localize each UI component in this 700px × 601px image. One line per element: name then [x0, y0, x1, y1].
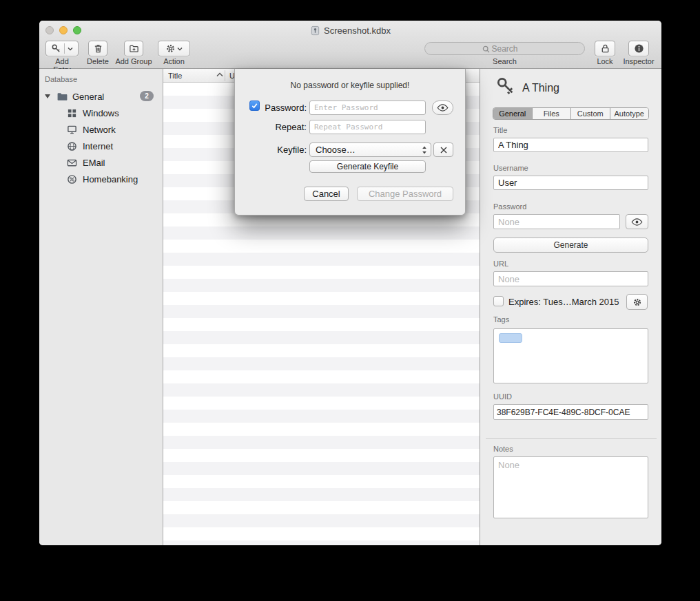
sidebar-item-label: Network: [83, 125, 116, 135]
globe-icon: [67, 141, 77, 151]
section-divider: [486, 438, 657, 439]
document-icon: [310, 25, 320, 36]
action-label: Action: [158, 57, 190, 65]
search-input[interactable]: [425, 43, 584, 54]
notes-textarea[interactable]: [493, 456, 648, 518]
eye-icon: [631, 218, 643, 226]
sidebar-item-network[interactable]: Network: [39, 121, 163, 138]
expires-settings-button[interactable]: [626, 294, 648, 310]
button-divider: [64, 43, 65, 54]
titlebar: Screenshot.kdbx: [39, 24, 661, 36]
tab-general[interactable]: General: [493, 108, 533, 119]
dialog-message: No password or keyfile supplied!: [235, 81, 465, 90]
sidebar-item-windows[interactable]: Windows: [39, 105, 163, 121]
title-input[interactable]: [493, 138, 648, 152]
delete-label: Delete: [81, 57, 115, 65]
sidebar-item-general[interactable]: General 2: [39, 88, 163, 105]
eye-icon: [437, 104, 449, 112]
chevron-down-icon: [177, 46, 183, 52]
change-password-button[interactable]: Change Password: [357, 187, 453, 201]
sidebar-section-header: Database: [45, 75, 77, 83]
sidebar-item-label: Internet: [83, 141, 113, 151]
gear-icon: [632, 297, 642, 307]
envelope-icon: [67, 158, 77, 168]
password-field-label: Password: [493, 202, 526, 211]
chevron-down-icon: [68, 46, 73, 52]
entry-key-icon: [495, 76, 516, 96]
password-input[interactable]: [493, 214, 620, 229]
generate-password-button[interactable]: Generate: [493, 238, 648, 253]
sidebar: Database General 2 Windows Network Inter…: [39, 69, 163, 545]
info-icon: [634, 43, 644, 54]
cancel-button[interactable]: Cancel: [304, 187, 349, 201]
change-password-dialog: No password or keyfile supplied! Passwor…: [234, 69, 466, 215]
title-field-label: Title: [493, 126, 507, 134]
username-field-label: Username: [493, 164, 528, 172]
entry-count-badge: 2: [140, 91, 154, 101]
inspector-label: Inspector: [618, 57, 659, 65]
sidebar-item-label: General: [72, 92, 104, 102]
search-label: Search: [424, 57, 585, 65]
window-title: Screenshot.kdbx: [324, 25, 391, 36]
keyfile-popup-button[interactable]: Choose…: [309, 143, 431, 157]
generate-keyfile-button[interactable]: Generate Keyfile: [309, 160, 426, 173]
reveal-password-button[interactable]: [626, 214, 648, 229]
sidebar-item-email[interactable]: EMail: [39, 154, 163, 171]
sort-ascending-icon: [216, 72, 223, 77]
clear-keyfile-button[interactable]: [433, 143, 453, 157]
lock-button[interactable]: [595, 41, 615, 56]
monitor-icon: [67, 125, 77, 135]
folder-icon: [56, 92, 68, 102]
disclosure-triangle-icon[interactable]: [45, 94, 50, 98]
delete-button[interactable]: [88, 41, 107, 56]
search-field-wrap: [424, 42, 585, 55]
keyfile-popup-value: Choose…: [316, 145, 356, 155]
enter-password-input[interactable]: [309, 101, 426, 115]
gear-icon: [165, 43, 176, 54]
uuid-input[interactable]: [493, 404, 648, 420]
keyfile-label: Keyfile:: [249, 145, 307, 155]
window-chrome: Screenshot.kdbx Add Entry Delete Add Gro…: [39, 21, 661, 69]
action-button[interactable]: [158, 41, 190, 56]
sidebar-item-label: Windows: [83, 108, 119, 118]
tab-files[interactable]: Files: [533, 108, 572, 119]
expires-label: Expires: Tues…March 2015: [508, 297, 619, 307]
close-x-icon: [440, 146, 448, 154]
notes-field-label: Notes: [493, 445, 513, 453]
tag-chip[interactable]: [499, 333, 522, 343]
show-password-button[interactable]: [432, 101, 453, 115]
coin-percent-icon: [67, 174, 77, 184]
repeat-label: Repeat:: [249, 122, 307, 132]
desktop-background: Screenshot.kdbx Add Entry Delete Add Gro…: [0, 0, 700, 601]
repeat-password-input[interactable]: [309, 120, 426, 134]
password-label: Password:: [249, 103, 307, 113]
inspector-panel: A Thing General Files Custom Autotype Ti…: [480, 69, 661, 545]
up-down-chevrons-icon: [422, 145, 427, 155]
tab-autotype[interactable]: Autotype: [610, 108, 649, 119]
add-group-button[interactable]: [124, 41, 143, 56]
tags-box[interactable]: [493, 328, 648, 383]
add-group-label: Add Group: [112, 57, 155, 65]
sidebar-item-label: Homebanking: [83, 174, 138, 184]
folder-plus-icon: [129, 43, 139, 54]
column-divider[interactable]: [225, 70, 225, 81]
app-window: Screenshot.kdbx Add Entry Delete Add Gro…: [39, 21, 661, 545]
column-header-title[interactable]: Title: [168, 72, 182, 80]
trash-icon: [93, 43, 103, 54]
url-input[interactable]: [493, 271, 648, 286]
inspector-button[interactable]: [628, 41, 649, 56]
uuid-field-label: UUID: [493, 392, 512, 401]
sidebar-item-internet[interactable]: Internet: [39, 138, 163, 154]
username-input[interactable]: [493, 176, 648, 190]
add-entry-button[interactable]: [45, 41, 79, 56]
url-field-label: URL: [493, 260, 508, 268]
tab-custom[interactable]: Custom: [571, 108, 610, 119]
sidebar-item-label: EMail: [83, 158, 105, 168]
tags-field-label: Tags: [493, 315, 509, 324]
sidebar-item-homebanking[interactable]: Homebanking: [39, 171, 163, 187]
key-plus-icon: [51, 43, 61, 54]
inspector-tabs: General Files Custom Autotype: [493, 107, 649, 120]
windows-grid-icon: [67, 108, 77, 118]
lock-icon: [600, 43, 610, 54]
expires-checkbox[interactable]: [493, 296, 504, 306]
